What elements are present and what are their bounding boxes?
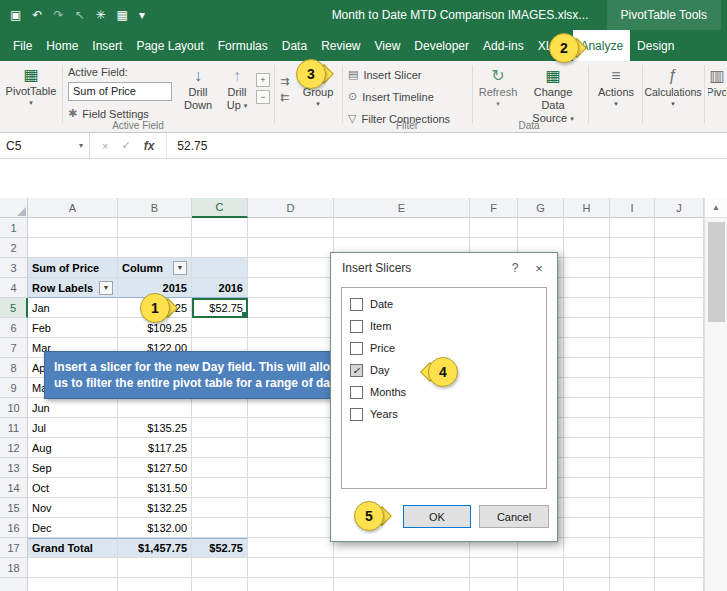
insert-function-icon[interactable]: fx bbox=[144, 139, 155, 153]
group-selection-icon[interactable]: ⇉ bbox=[280, 75, 289, 88]
cell-C11[interactable] bbox=[192, 418, 248, 438]
cell-H4[interactable] bbox=[564, 278, 610, 298]
cell-J3[interactable] bbox=[655, 258, 704, 278]
cell-J7[interactable] bbox=[655, 338, 704, 358]
row-header-11[interactable]: 11 bbox=[0, 418, 28, 438]
cell-I4[interactable] bbox=[610, 278, 655, 298]
cell-B3[interactable]: Column▼ bbox=[118, 258, 192, 278]
cell-D15[interactable] bbox=[248, 498, 334, 518]
dialog-help-icon[interactable]: ? bbox=[503, 261, 527, 275]
cell-C16[interactable] bbox=[192, 518, 248, 538]
cell-H18[interactable] bbox=[564, 558, 610, 578]
cell-H9[interactable] bbox=[564, 378, 610, 398]
slicer-field-years[interactable]: Years bbox=[342, 403, 546, 425]
row-header-7[interactable]: 7 bbox=[0, 338, 28, 358]
row-header-2[interactable]: 2 bbox=[0, 238, 28, 258]
cell-I11[interactable] bbox=[610, 418, 655, 438]
cell-A6[interactable]: Feb bbox=[28, 318, 118, 338]
cell-A19[interactable] bbox=[28, 578, 118, 591]
insert-timeline-button[interactable]: ⊙ Insert Timeline bbox=[348, 90, 434, 103]
cell-E1[interactable] bbox=[334, 218, 470, 238]
cell-I16[interactable] bbox=[610, 518, 655, 538]
cell-H13[interactable] bbox=[564, 458, 610, 478]
cell-C3[interactable] bbox=[192, 258, 248, 278]
cell-J11[interactable] bbox=[655, 418, 704, 438]
column-header-I[interactable]: I bbox=[610, 198, 655, 218]
qat-more-icon[interactable]: ▾ bbox=[139, 8, 145, 22]
row-header-1[interactable]: 1 bbox=[0, 218, 28, 238]
ungroup-icon[interactable]: ⇇ bbox=[280, 91, 289, 104]
collapse-field-icon[interactable]: − bbox=[256, 90, 270, 104]
calculations-button[interactable]: ƒ Calculations ▾ bbox=[644, 66, 702, 128]
tab-developer[interactable]: Developer bbox=[407, 30, 476, 61]
cell-J1[interactable] bbox=[655, 218, 704, 238]
row-header-5[interactable]: 5 bbox=[0, 298, 28, 318]
cell-C19[interactable] bbox=[192, 578, 248, 591]
cell-B14[interactable]: $131.50 bbox=[118, 478, 192, 498]
cell-B18[interactable] bbox=[118, 558, 192, 578]
cell-D10[interactable] bbox=[248, 398, 334, 418]
checkbox-checked-icon[interactable]: ✓ bbox=[350, 364, 363, 377]
cell-H19[interactable] bbox=[564, 578, 610, 591]
row-header-8[interactable]: 8 bbox=[0, 358, 28, 378]
row-header-17[interactable]: 17 bbox=[0, 538, 28, 558]
cell-J4[interactable] bbox=[655, 278, 704, 298]
cell-A1[interactable] bbox=[28, 218, 118, 238]
tab-home[interactable]: Home bbox=[39, 30, 85, 61]
sparkle-icon[interactable]: ✳ bbox=[96, 8, 106, 22]
cell-B1[interactable] bbox=[118, 218, 192, 238]
row-header-3[interactable]: 3 bbox=[0, 258, 28, 278]
cell-I13[interactable] bbox=[610, 458, 655, 478]
column-header-H[interactable]: H bbox=[564, 198, 610, 218]
row-header-6[interactable]: 6 bbox=[0, 318, 28, 338]
column-header-G[interactable]: G bbox=[518, 198, 564, 218]
tab-insert[interactable]: Insert bbox=[85, 30, 129, 61]
slicer-field-date[interactable]: Date bbox=[342, 293, 546, 315]
column-header-B[interactable]: B bbox=[118, 198, 192, 218]
checkbox-icon[interactable] bbox=[350, 386, 363, 399]
column-header-J[interactable]: J bbox=[655, 198, 704, 218]
cancel-button[interactable]: Cancel bbox=[479, 505, 549, 528]
field-settings-button[interactable]: ✱ Field Settings bbox=[68, 107, 149, 120]
row-header-9[interactable]: 9 bbox=[0, 378, 28, 398]
cell-I6[interactable] bbox=[610, 318, 655, 338]
pointer-icon[interactable]: ↖ bbox=[74, 8, 84, 22]
row-header-16[interactable]: 16 bbox=[0, 518, 28, 538]
cell-H8[interactable] bbox=[564, 358, 610, 378]
cell-J5[interactable] bbox=[655, 298, 704, 318]
redo-icon[interactable]: ↷ bbox=[53, 8, 63, 22]
actions-button[interactable]: ≡ Actions ▾ bbox=[592, 66, 640, 128]
filter-dropdown-icon[interactable]: ▼ bbox=[99, 281, 113, 295]
cell-J16[interactable] bbox=[655, 518, 704, 538]
cell-C6[interactable] bbox=[192, 318, 248, 338]
cell-C5[interactable]: $52.75 bbox=[192, 298, 248, 318]
expand-field-icon[interactable]: + bbox=[256, 73, 270, 87]
cell-I18[interactable] bbox=[610, 558, 655, 578]
row-header-13[interactable]: 13 bbox=[0, 458, 28, 478]
cell-I7[interactable] bbox=[610, 338, 655, 358]
tab-file[interactable]: File bbox=[6, 30, 39, 61]
cell-D4[interactable] bbox=[248, 278, 334, 298]
cell-E18[interactable] bbox=[334, 558, 470, 578]
cell-A15[interactable]: Nov bbox=[28, 498, 118, 518]
cell-J13[interactable] bbox=[655, 458, 704, 478]
row-header-15[interactable]: 15 bbox=[0, 498, 28, 518]
select-all-button[interactable] bbox=[0, 198, 28, 218]
cell-J19[interactable] bbox=[655, 578, 704, 591]
cell-C12[interactable] bbox=[192, 438, 248, 458]
cell-J18[interactable] bbox=[655, 558, 704, 578]
cell-A5[interactable]: Jan bbox=[28, 298, 118, 318]
enter-icon[interactable]: ✓ bbox=[121, 139, 130, 152]
tab-review[interactable]: Review bbox=[314, 30, 367, 61]
cell-C13[interactable] bbox=[192, 458, 248, 478]
change-data-source-button[interactable]: ▦ Change Data Source ▾ bbox=[522, 66, 584, 128]
save-icon[interactable]: ▣ bbox=[10, 8, 21, 22]
dialog-close-icon[interactable]: × bbox=[527, 261, 551, 276]
cell-D2[interactable] bbox=[248, 238, 334, 258]
cell-C10[interactable] bbox=[192, 398, 248, 418]
cell-A16[interactable]: Dec bbox=[28, 518, 118, 538]
cell-J14[interactable] bbox=[655, 478, 704, 498]
cell-J8[interactable] bbox=[655, 358, 704, 378]
cell-B15[interactable]: $132.25 bbox=[118, 498, 192, 518]
cell-D16[interactable] bbox=[248, 518, 334, 538]
